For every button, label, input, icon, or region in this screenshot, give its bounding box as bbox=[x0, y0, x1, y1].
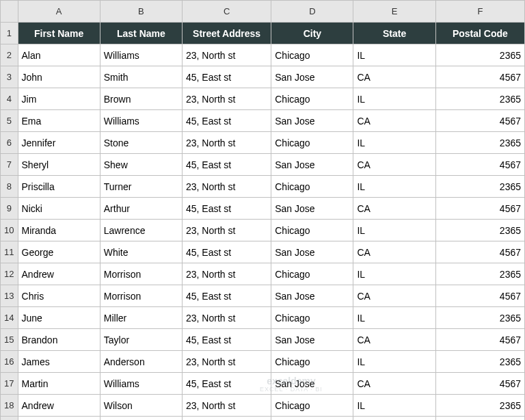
row-number-16[interactable]: 16 bbox=[1, 351, 18, 373]
cell-E12[interactable]: IL bbox=[353, 263, 435, 285]
cell-F14[interactable]: 2365 bbox=[435, 307, 524, 329]
cell-D17[interactable]: San Jose bbox=[271, 373, 353, 395]
row-number-9[interactable]: 9 bbox=[1, 198, 18, 220]
cell-D14[interactable]: Chicago bbox=[271, 307, 353, 329]
header-cell-D[interactable]: City bbox=[271, 23, 353, 44]
cell-B4[interactable]: Brown bbox=[100, 88, 182, 110]
cell-F17[interactable]: 4567 bbox=[435, 373, 524, 395]
cell-F8[interactable]: 2365 bbox=[435, 176, 524, 198]
cell-B16[interactable]: Anderson bbox=[100, 351, 182, 373]
cell-C7[interactable]: 45, East st bbox=[182, 154, 271, 176]
cell-F15[interactable]: 4567 bbox=[435, 329, 524, 351]
row-number-12[interactable]: 12 bbox=[1, 263, 18, 285]
header-cell-A[interactable]: First Name bbox=[18, 23, 100, 44]
cell-C8[interactable]: 23, North st bbox=[182, 176, 271, 198]
cell-F4[interactable]: 2365 bbox=[435, 88, 524, 110]
cell-A7[interactable]: Sheryl bbox=[18, 154, 100, 176]
cell-B10[interactable]: Lawrence bbox=[100, 220, 182, 241]
cell-D5[interactable]: San Jose bbox=[271, 110, 353, 132]
cell-B12[interactable]: Morrison bbox=[100, 263, 182, 285]
cell-B5[interactable]: Williams bbox=[100, 110, 182, 132]
cell-B19[interactable] bbox=[100, 417, 182, 421]
cell-E16[interactable]: IL bbox=[353, 351, 435, 373]
cell-F5[interactable]: 4567 bbox=[435, 110, 524, 132]
cell-E9[interactable]: CA bbox=[353, 198, 435, 220]
row-number-8[interactable]: 8 bbox=[1, 176, 18, 198]
cell-F18[interactable]: 2365 bbox=[435, 395, 524, 417]
cell-C16[interactable]: 23, North st bbox=[182, 351, 271, 373]
row-number-10[interactable]: 10 bbox=[1, 220, 18, 241]
cell-A2[interactable]: Alan bbox=[18, 44, 100, 66]
row-number-11[interactable]: 11 bbox=[1, 241, 18, 263]
cell-A13[interactable]: Chris bbox=[18, 285, 100, 307]
cell-E3[interactable]: CA bbox=[353, 66, 435, 88]
cell-B11[interactable]: White bbox=[100, 241, 182, 263]
cell-E15[interactable]: CA bbox=[353, 329, 435, 351]
cell-F13[interactable]: 4567 bbox=[435, 285, 524, 307]
cell-C19[interactable] bbox=[182, 417, 271, 421]
cell-A8[interactable]: Priscilla bbox=[18, 176, 100, 198]
cell-F3[interactable]: 4567 bbox=[435, 66, 524, 88]
cell-F19[interactable] bbox=[435, 417, 524, 421]
cell-D6[interactable]: Chicago bbox=[271, 132, 353, 154]
col-letter-F[interactable]: F bbox=[435, 1, 524, 23]
cell-A17[interactable]: Martin bbox=[18, 373, 100, 395]
row-number-6[interactable]: 6 bbox=[1, 132, 18, 154]
cell-D8[interactable]: Chicago bbox=[271, 176, 353, 198]
cell-F9[interactable]: 4567 bbox=[435, 198, 524, 220]
cell-E8[interactable]: IL bbox=[353, 176, 435, 198]
cell-F16[interactable]: 2365 bbox=[435, 351, 524, 373]
cell-B6[interactable]: Stone bbox=[100, 132, 182, 154]
cell-A9[interactable]: Nicki bbox=[18, 198, 100, 220]
cell-D18[interactable]: Chicago bbox=[271, 395, 353, 417]
cell-B13[interactable]: Morrison bbox=[100, 285, 182, 307]
row-number-13[interactable]: 13 bbox=[1, 285, 18, 307]
cell-C12[interactable]: 23, North st bbox=[182, 263, 271, 285]
cell-B18[interactable]: Wilson bbox=[100, 395, 182, 417]
cell-A14[interactable]: June bbox=[18, 307, 100, 329]
spreadsheet-grid[interactable]: A B C D E F 1First NameLast NameStreet A… bbox=[0, 0, 525, 420]
cell-D9[interactable]: San Jose bbox=[271, 198, 353, 220]
corner-cell[interactable] bbox=[1, 1, 18, 23]
cell-B9[interactable]: Arthur bbox=[100, 198, 182, 220]
cell-E14[interactable]: IL bbox=[353, 307, 435, 329]
cell-A10[interactable]: Miranda bbox=[18, 220, 100, 241]
col-letter-E[interactable]: E bbox=[353, 1, 435, 23]
cell-E2[interactable]: IL bbox=[353, 44, 435, 66]
row-number-2[interactable]: 2 bbox=[1, 44, 18, 66]
cell-D19[interactable] bbox=[271, 417, 353, 421]
cell-E5[interactable]: CA bbox=[353, 110, 435, 132]
row-number-14[interactable]: 14 bbox=[1, 307, 18, 329]
cell-F6[interactable]: 2365 bbox=[435, 132, 524, 154]
cell-C13[interactable]: 45, East st bbox=[182, 285, 271, 307]
cell-F12[interactable]: 2365 bbox=[435, 263, 524, 285]
cell-C11[interactable]: 45, East st bbox=[182, 241, 271, 263]
row-number-1[interactable]: 1 bbox=[1, 23, 18, 44]
cell-A5[interactable]: Ema bbox=[18, 110, 100, 132]
cell-A15[interactable]: Brandon bbox=[18, 329, 100, 351]
header-cell-B[interactable]: Last Name bbox=[100, 23, 182, 44]
row-number-5[interactable]: 5 bbox=[1, 110, 18, 132]
cell-C4[interactable]: 23, North st bbox=[182, 88, 271, 110]
cell-E10[interactable]: IL bbox=[353, 220, 435, 241]
cell-B3[interactable]: Smith bbox=[100, 66, 182, 88]
col-letter-D[interactable]: D bbox=[271, 1, 353, 23]
cell-D12[interactable]: Chicago bbox=[271, 263, 353, 285]
cell-D15[interactable]: San Jose bbox=[271, 329, 353, 351]
cell-B7[interactable]: Shew bbox=[100, 154, 182, 176]
cell-D3[interactable]: San Jose bbox=[271, 66, 353, 88]
cell-B17[interactable]: Williams bbox=[100, 373, 182, 395]
cell-C6[interactable]: 23, North st bbox=[182, 132, 271, 154]
cell-C2[interactable]: 23, North st bbox=[182, 44, 271, 66]
cell-A3[interactable]: John bbox=[18, 66, 100, 88]
header-cell-E[interactable]: State bbox=[353, 23, 435, 44]
cell-E19[interactable] bbox=[353, 417, 435, 421]
row-number-17[interactable]: 17 bbox=[1, 373, 18, 395]
cell-C17[interactable]: 45, East st bbox=[182, 373, 271, 395]
cell-A6[interactable]: Jennifer bbox=[18, 132, 100, 154]
row-number-4[interactable]: 4 bbox=[1, 88, 18, 110]
cell-C14[interactable]: 23, North st bbox=[182, 307, 271, 329]
header-cell-C[interactable]: Street Address bbox=[182, 23, 271, 44]
cell-D4[interactable]: Chicago bbox=[271, 88, 353, 110]
cell-F7[interactable]: 4567 bbox=[435, 154, 524, 176]
